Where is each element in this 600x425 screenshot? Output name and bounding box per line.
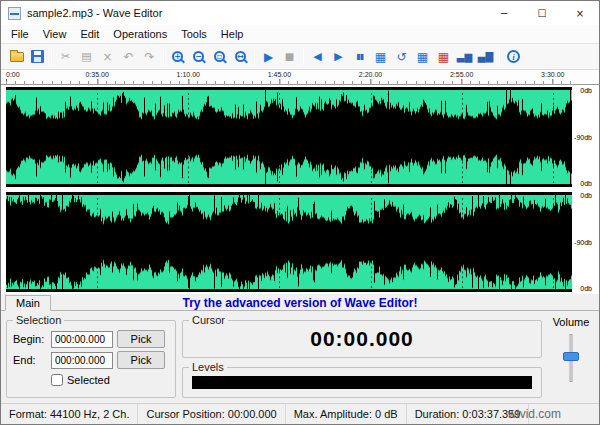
window-title: sample2.mp3 - Wave Editor bbox=[27, 7, 485, 19]
channel-1: 0db -90db 0db bbox=[6, 87, 594, 187]
info-icon: i bbox=[507, 50, 520, 63]
ruler-tick-label: 3:30.00 bbox=[541, 71, 564, 78]
zoom-full-button[interactable]: ↔ bbox=[230, 46, 251, 67]
db-scale: 0db -90db 0db bbox=[572, 192, 594, 292]
volume-slider[interactable] bbox=[560, 332, 582, 384]
waveform-canvas[interactable] bbox=[6, 192, 572, 292]
db-label: -90db bbox=[574, 134, 592, 141]
toolbar-separator bbox=[303, 48, 304, 65]
column-chart-icon: ▄▇ bbox=[478, 52, 493, 62]
level-meter bbox=[192, 376, 532, 389]
ruler-tick-label: 1:10.00 bbox=[177, 71, 200, 78]
play-selection-button[interactable]: ▶ bbox=[328, 46, 349, 67]
open-folder-icon bbox=[10, 52, 24, 62]
zoom-full-icon: ↔ bbox=[235, 51, 246, 62]
open-button[interactable] bbox=[6, 46, 27, 67]
bottom-panel: Main Try the advanced version of Wave Ed… bbox=[1, 294, 599, 403]
save-button[interactable] bbox=[27, 46, 48, 67]
menu-item-help[interactable]: Help bbox=[214, 26, 251, 42]
toolbar-separator bbox=[51, 48, 52, 65]
zoom-in-button[interactable]: + bbox=[167, 46, 188, 67]
ruler-tick-label: 0:00 bbox=[6, 71, 20, 78]
menu-item-file[interactable]: File bbox=[4, 26, 36, 42]
play-button[interactable]: ▶ bbox=[258, 46, 279, 67]
view-blocks-button[interactable]: ▦ bbox=[370, 46, 391, 67]
cut-icon: ✂ bbox=[61, 51, 70, 62]
volume-label: Volume bbox=[553, 316, 590, 328]
end-row: End: Pick bbox=[13, 351, 169, 369]
selection-group-title: Selection bbox=[13, 314, 64, 326]
wave-editor-window: sample2.mp3 - Wave Editor ─ ☐ × File Vie… bbox=[0, 0, 600, 425]
minimize-button[interactable]: ─ bbox=[485, 1, 523, 25]
cursor-value: 00:00.000 bbox=[189, 327, 535, 353]
cursor-levels-column: Cursor 00:00.000 Levels bbox=[182, 314, 542, 398]
markers-grid-icon: ▦ bbox=[438, 51, 449, 63]
play-icon: ▶ bbox=[264, 51, 273, 63]
cut-button: ✂ bbox=[55, 46, 76, 67]
titlebar: sample2.mp3 - Wave Editor ─ ☐ × bbox=[1, 1, 599, 25]
close-button[interactable]: × bbox=[561, 1, 599, 25]
end-pick-button[interactable]: Pick bbox=[117, 351, 165, 369]
copy-icon: ▤ bbox=[81, 51, 91, 62]
menubar: File View Edit Operations Tools Help bbox=[1, 25, 599, 44]
pause-button[interactable]: ▮▮ bbox=[349, 46, 370, 67]
levels-group: Levels bbox=[182, 361, 542, 398]
end-input[interactable] bbox=[51, 352, 113, 369]
timeline-ruler[interactable]: 0:00 0:35.00 1:10.00 1:45.00 2:20.00 2:5… bbox=[1, 70, 599, 85]
delete-icon: × bbox=[102, 51, 112, 63]
cursor-group: Cursor 00:00.000 bbox=[182, 314, 542, 358]
selected-row: Selected bbox=[13, 374, 169, 386]
toolbar-separator bbox=[499, 48, 500, 65]
volume-slider-thumb[interactable] bbox=[563, 352, 579, 361]
toolbar-separator bbox=[254, 48, 255, 65]
status-max-amplitude: Max. Amplitude: 0 dB bbox=[286, 404, 407, 424]
menu-item-tools[interactable]: Tools bbox=[174, 26, 214, 42]
app-icon bbox=[8, 7, 21, 20]
selection-group: Selection Begin: Pick End: Pick Selected bbox=[6, 314, 176, 398]
redo-icon: ↷ bbox=[144, 51, 154, 63]
revert-zoom-button[interactable]: ↺ bbox=[391, 46, 412, 67]
zoom-selection-button[interactable]: ▫ bbox=[209, 46, 230, 67]
channel-2: 0db -90db 0db bbox=[6, 192, 594, 292]
toolbar: ✂ ▤ × ↶ ↷ + − ▫ ↔ ▶ ■ ◀ ▶ ▮▮ ▦ ↺ ▦ ▦ ▃▆ … bbox=[1, 44, 599, 70]
promo-link[interactable]: Try the advanced version of Wave Editor! bbox=[183, 296, 418, 310]
volume-section: Volume bbox=[548, 314, 594, 398]
menu-item-edit[interactable]: Edit bbox=[73, 26, 106, 42]
grid-icon: ▦ bbox=[417, 51, 428, 63]
menu-item-operations[interactable]: Operations bbox=[106, 26, 174, 42]
pause-icon: ▮▮ bbox=[356, 53, 363, 61]
menu-item-view[interactable]: View bbox=[36, 26, 74, 42]
view-markers-button[interactable]: ▦ bbox=[433, 46, 454, 67]
zoom-out-icon: − bbox=[193, 51, 204, 62]
db-label: 0db bbox=[580, 180, 592, 187]
maximize-button[interactable]: ☐ bbox=[523, 1, 561, 25]
skip-start-button[interactable]: ◀ bbox=[307, 46, 328, 67]
ruler-tick-label: 1:45.00 bbox=[268, 71, 291, 78]
tab-main[interactable]: Main bbox=[5, 295, 51, 311]
statistics-button[interactable]: ▄▇ bbox=[475, 46, 496, 67]
view-grid-button[interactable]: ▦ bbox=[412, 46, 433, 67]
begin-pick-button[interactable]: Pick bbox=[117, 330, 165, 348]
info-button[interactable]: i bbox=[503, 46, 524, 67]
status-cursor-position: Cursor Position: 00:00.000 bbox=[138, 404, 285, 424]
zoom-out-button[interactable]: − bbox=[188, 46, 209, 67]
cursor-group-title: Cursor bbox=[189, 314, 228, 326]
db-label: 0db bbox=[580, 87, 592, 94]
stop-button: ■ bbox=[279, 46, 300, 67]
ruler-minor-ticks bbox=[6, 81, 572, 84]
selected-checkbox[interactable] bbox=[51, 374, 63, 386]
begin-row: Begin: Pick bbox=[13, 330, 169, 348]
skip-start-icon: ◀ bbox=[313, 51, 321, 62]
ruler-scale: 0:00 0:35.00 1:10.00 1:45.00 2:20.00 2:5… bbox=[6, 70, 572, 84]
begin-input[interactable] bbox=[51, 331, 113, 348]
db-label: -90db bbox=[574, 239, 592, 246]
waveform-canvas[interactable] bbox=[6, 87, 572, 187]
end-label: End: bbox=[13, 354, 47, 366]
redo-button: ↷ bbox=[139, 46, 160, 67]
status-bar: Format: 44100 Hz, 2 Ch. Cursor Position:… bbox=[1, 403, 599, 424]
ruler-tick-label: 2:55.00 bbox=[450, 71, 473, 78]
db-scale: 0db -90db 0db bbox=[572, 87, 594, 187]
bar-chart-icon: ▃▆ bbox=[457, 52, 472, 62]
spectrum-button[interactable]: ▃▆ bbox=[454, 46, 475, 67]
window-controls: ─ ☐ × bbox=[485, 1, 599, 25]
